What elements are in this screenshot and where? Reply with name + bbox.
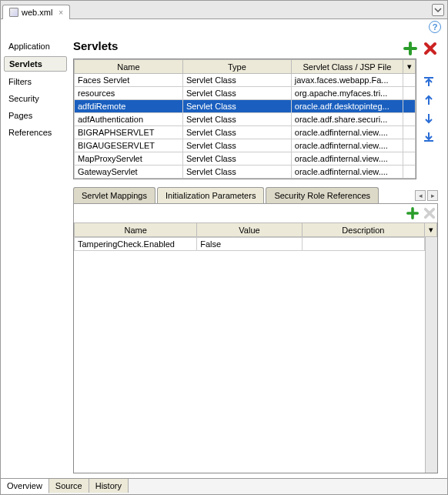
move-down-button[interactable] <box>421 111 436 126</box>
table-row[interactable]: adfdiRemoteServlet Classoracle.adf.deskt… <box>75 100 416 113</box>
sidebar-item-label: Servlets <box>9 59 42 69</box>
params-body: TamperingCheck.EnabledFalse <box>74 237 437 473</box>
table-cell: TamperingCheck.Enabled <box>75 238 197 251</box>
params-menu-button[interactable]: ▾ <box>425 223 437 237</box>
window-menu-button[interactable] <box>432 4 444 16</box>
table-cell <box>403 113 416 126</box>
bottom-tab-history[interactable]: History <box>89 479 129 493</box>
sidebar-item-security[interactable]: Security <box>4 92 67 105</box>
table-cell: javax.faces.webapp.Fa... <box>291 74 403 87</box>
table-cell: False <box>197 238 303 251</box>
table-cell: BIGAUGESERVLET <box>75 139 183 152</box>
move-top-button[interactable] <box>421 74 436 89</box>
col-header-class[interactable]: Servlet Class / JSP File <box>291 60 403 74</box>
sidebar-item-pages[interactable]: Pages <box>4 109 67 122</box>
table-cell: Servlet Class <box>182 100 291 113</box>
move-up-button[interactable] <box>421 92 436 108</box>
sidebar-item-label: References <box>8 128 52 137</box>
table-cell: oracle.adf.desktopinteg... <box>291 100 403 113</box>
params-delete-button[interactable] <box>423 207 436 219</box>
tab-security-role-refs[interactable]: Security Role References <box>266 187 379 203</box>
table-row[interactable]: Faces ServletServlet Classjavax.faces.we… <box>75 74 416 87</box>
bottom-tab-source[interactable]: Source <box>49 479 89 493</box>
table-row[interactable]: adfAuthenticationServlet Classoracle.adf… <box>75 113 416 126</box>
servlets-table-block: Name Type Servlet Class / JSP File ▾ Fac… <box>73 59 438 179</box>
table-row[interactable]: BIGRAPHSERVLETServlet Classoracle.adfint… <box>75 126 416 139</box>
file-tab-label: web.xml <box>22 8 52 17</box>
params-col-name[interactable]: Name <box>75 223 197 237</box>
help-row: ? <box>1 19 447 35</box>
sidebar-item-label: Application <box>8 42 50 51</box>
sidebar-item-label: Pages <box>8 111 32 120</box>
subtabs-next-button[interactable]: ▸ <box>427 190 438 201</box>
subtabs-prev-button[interactable]: ◂ <box>415 190 426 201</box>
table-cell <box>403 100 416 113</box>
sidebar-item-references[interactable]: References <box>4 125 67 139</box>
table-row[interactable]: BIGAUGESERVLETServlet Classoracle.adfint… <box>75 139 416 152</box>
col-header-name[interactable]: Name <box>75 60 183 74</box>
delete-button[interactable] <box>423 41 438 56</box>
params-toolbar <box>73 204 438 222</box>
params-add-button[interactable] <box>406 207 419 219</box>
table-menu-button[interactable]: ▾ <box>403 60 416 74</box>
table-cell: oracle.adfinternal.view.... <box>291 152 403 166</box>
servlets-toolbar <box>403 41 438 56</box>
file-tab[interactable]: web.xml × <box>2 5 70 19</box>
servlets-table: Name Type Servlet Class / JSP File ▾ Fac… <box>73 59 416 179</box>
sidebar: Application Servlets Filters Security Pa… <box>1 35 70 478</box>
params-col-description[interactable]: Description <box>302 223 424 237</box>
table-cell: MapProxyServlet <box>75 152 183 166</box>
page-title: Servlets <box>73 39 118 52</box>
table-cell: Servlet Class <box>182 139 291 152</box>
sub-tabs: Servlet Mappings Initialization Paramete… <box>73 187 438 204</box>
table-cell: BIGRAPHSERVLET <box>75 126 183 139</box>
table-cell: Servlet Class <box>182 126 291 139</box>
table-row[interactable]: GatewayServletServlet Classoracle.adfint… <box>75 166 416 179</box>
table-cell: GatewayServlet <box>75 166 183 179</box>
bottom-tab-overview[interactable]: Overview <box>1 479 49 493</box>
table-cell <box>403 126 416 139</box>
table-cell <box>403 87 416 100</box>
params-col-value[interactable]: Value <box>197 223 303 237</box>
table-cell <box>403 152 416 166</box>
table-header-row: Name Type Servlet Class / JSP File ▾ <box>75 60 416 74</box>
table-cell: adfdiRemote <box>75 100 183 113</box>
sidebar-item-filters[interactable]: Filters <box>4 75 67 89</box>
table-cell: oracle.adf.share.securi... <box>291 113 403 126</box>
table-row[interactable]: MapProxyServletServlet Classoracle.adfin… <box>75 152 416 166</box>
body-area: Application Servlets Filters Security Pa… <box>1 35 447 478</box>
table-row[interactable]: TamperingCheck.EnabledFalse <box>75 238 425 251</box>
table-cell <box>403 139 416 152</box>
move-bottom-button[interactable] <box>421 129 436 145</box>
editor-window: web.xml × ? Application Servlets Filters… <box>0 0 448 495</box>
sidebar-item-servlets[interactable]: Servlets <box>4 56 67 72</box>
help-icon[interactable]: ? <box>429 21 441 33</box>
table-row[interactable]: resourcesServlet Classorg.apache.myfaces… <box>75 87 416 100</box>
bottom-tabs: Overview Source History <box>1 478 447 494</box>
table-cell: Servlet Class <box>182 113 291 126</box>
table-cell: oracle.adfinternal.view.... <box>291 126 403 139</box>
sidebar-item-application[interactable]: Application <box>4 39 67 53</box>
col-header-type[interactable]: Type <box>182 60 291 74</box>
tab-servlet-mappings[interactable]: Servlet Mappings <box>73 187 155 203</box>
table-cell <box>302 238 424 251</box>
tab-init-parameters[interactable]: Initialization Parameters <box>157 187 264 203</box>
main-panel: Servlets Name <box>70 35 447 478</box>
table-cell <box>403 166 416 179</box>
add-button[interactable] <box>403 41 418 56</box>
subtabs-nav: ◂ ▸ <box>415 190 438 201</box>
params-table-wrap: Name Value Description ▾ TamperingCheck.… <box>73 222 438 473</box>
table-cell: Servlet Class <box>182 152 291 166</box>
table-cell: Servlet Class <box>182 166 291 179</box>
sidebar-item-label: Security <box>8 94 39 103</box>
table-cell: oracle.adfinternal.view.... <box>291 166 403 179</box>
params-header-row: Name Value Description ▾ <box>75 223 437 237</box>
xml-file-icon <box>9 8 18 17</box>
table-cell: resources <box>75 87 183 100</box>
params-scrollbar[interactable] <box>425 237 437 473</box>
title-tab-bar: web.xml × <box>1 1 447 19</box>
table-cell: org.apache.myfaces.tri... <box>291 87 403 100</box>
table-cell: Faces Servlet <box>75 74 183 87</box>
table-cell: adfAuthentication <box>75 113 183 126</box>
close-icon[interactable]: × <box>59 8 63 17</box>
